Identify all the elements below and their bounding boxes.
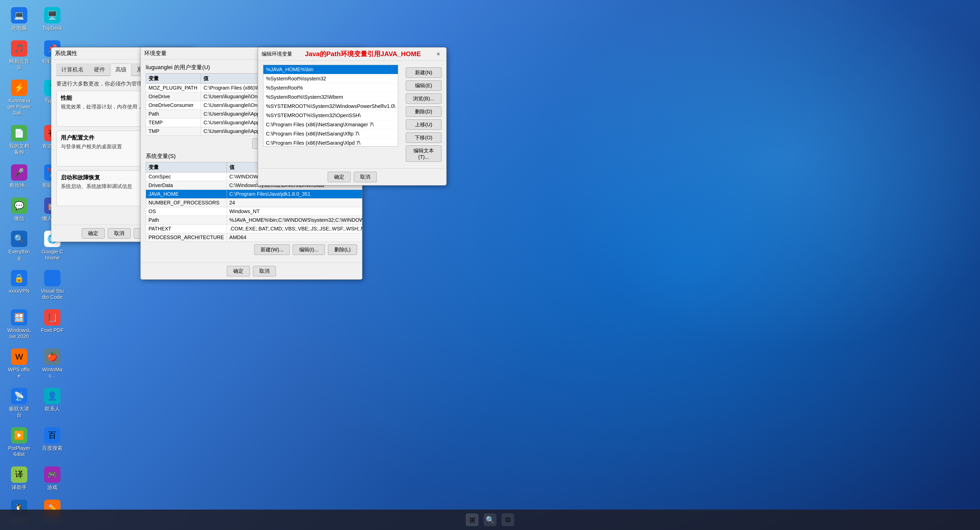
- icon-xunmanager[interactable]: ⚡ Xunmanager Power Sali...: [5, 78, 33, 118]
- editenv-side-buttons: 新建(N)编辑(E)浏览(B)...删除(D)上移(U)下移(O)编辑文本(T)…: [402, 65, 445, 164]
- editenv-close-btn[interactable]: ✕: [434, 51, 443, 58]
- icon-everything-icon: 🔍: [11, 231, 27, 247]
- editenv-ok-btn[interactable]: 确定: [328, 172, 351, 182]
- editenv-list-item[interactable]: %SYSTEMROOT%\System32\OpenSSH\: [263, 111, 398, 120]
- editenv-side-btn[interactable]: 上移(U): [406, 119, 442, 130]
- user-var-name: OneDrive: [146, 92, 201, 101]
- icon-baidu[interactable]: 百 百度搜索: [38, 425, 66, 459]
- editenv-footer: 确定 取消: [258, 169, 446, 185]
- icon-lianluoren-label: 联系人: [45, 406, 60, 412]
- taskbar-multitask-btn[interactable]: ⧉: [501, 513, 514, 526]
- icon-vscode[interactable]: Visual Studio Code: [38, 268, 66, 302]
- editenv-controls: ✕: [434, 51, 443, 58]
- icon-vpn[interactable]: 🔒 xxxxVPN: [5, 268, 33, 302]
- taskbar[interactable]: ⊞ 🔍 ⧉: [0, 509, 980, 530]
- sys-vars-btns: 新建(W)... 编辑(I)... 删除(L): [146, 245, 357, 255]
- icon-jilian[interactable]: 📡 极联大讲台: [5, 386, 33, 420]
- icon-games-icon: 🎮: [44, 466, 60, 483]
- user-col-var: 变量: [146, 73, 201, 84]
- sys-edit-btn[interactable]: 编辑(I)...: [293, 245, 325, 255]
- sys-var-row[interactable]: NUMBER_OF_PROCESSORS24: [146, 199, 363, 207]
- icon-potplayer[interactable]: ▶️ PotPlayer 64bit: [5, 425, 33, 459]
- icon-wps2[interactable]: W WPS office: [5, 347, 33, 381]
- editenv-cancel-btn[interactable]: 取消: [354, 172, 377, 182]
- editenv-side-btn[interactable]: 删除(D): [406, 107, 442, 117]
- user-var-name: TEMP: [146, 118, 201, 127]
- user-var-name: OneDriveConsumer: [146, 101, 201, 110]
- editenv-list-item[interactable]: C:\Program Files (x86)\NetSarang\Xftp 7\: [263, 129, 398, 138]
- editenv-list-item[interactable]: %SystemRoot%: [263, 83, 398, 92]
- editenv-list-item[interactable]: %SystemRoot%\System32\Wbem: [263, 92, 398, 102]
- editenv-list[interactable]: %JAVA_HOME%\bin%SystemRoot%\system32%Sys…: [263, 65, 398, 146]
- sys-var-name: Path: [146, 216, 227, 224]
- editenv-list-item[interactable]: C:\Program Files (x86)\NetSarang\Xlpd 7\: [263, 138, 398, 146]
- sys-var-row[interactable]: PROCESSOR_ARCHITECTUREAMD64: [146, 233, 363, 242]
- envvars-cancel-btn[interactable]: 取消: [253, 266, 276, 276]
- icon-windowsm-icon: 🍎: [44, 349, 60, 365]
- icon-caixukun[interactable]: 🎤 蔡徐坤...: [5, 162, 33, 190]
- icon-games-label: 游戏: [47, 484, 57, 490]
- icon-topdesk-icon: 🖥️: [44, 7, 60, 24]
- sys-var-row[interactable]: Path%JAVA_HOME%\bin;C:\WINDOWS\system32;…: [146, 216, 363, 224]
- icon-yizhuan[interactable]: 译 译助手: [5, 465, 33, 492]
- user-var-name: Path: [146, 110, 201, 118]
- tab-jisuanji[interactable]: 计算机名: [56, 64, 89, 76]
- icon-xunmanager-label: Xunmanager Power Sali...: [7, 97, 31, 116]
- editenv-side-btn[interactable]: 下移(O): [406, 132, 442, 143]
- taskbar-start-btn[interactable]: ⊞: [466, 513, 479, 526]
- icon-lianluoren[interactable]: 👤 联系人: [38, 386, 66, 420]
- icon-wangyi[interactable]: 🎵 网易云音乐: [5, 38, 33, 72]
- icon-foxitpdf-label: Foxit PDF: [41, 327, 64, 333]
- sys-var-val: .COM;.EXE;.BAT;.CMD;.VBS;.VBE;.JS;.JSE;.…: [227, 224, 363, 233]
- sysprops-title: 系统属性: [55, 49, 77, 57]
- icon-wechat[interactable]: 💬 微信: [5, 196, 33, 224]
- icon-wechat-label: 微信: [14, 215, 24, 221]
- sys-col-var: 变量: [146, 162, 227, 172]
- icon-wps2-icon: W: [11, 349, 27, 365]
- icon-foxitpdf-icon: 📕: [44, 309, 60, 326]
- icon-wps[interactable]: 📄 我的文档备份: [5, 123, 33, 157]
- sys-delete-btn[interactable]: 删除(L): [328, 245, 357, 255]
- sys-var-row[interactable]: OSWindows_NT: [146, 207, 363, 216]
- icon-everything[interactable]: 🔍 Everything: [5, 229, 33, 263]
- editenv-side-btn[interactable]: 编辑(E): [406, 80, 442, 91]
- icon-everything-label: Everything: [7, 248, 31, 261]
- sys-new-btn[interactable]: 新建(W)...: [254, 245, 290, 255]
- taskbar-search-btn[interactable]: 🔍: [484, 513, 496, 526]
- icon-caixukun-label: 蔡徐坤...: [10, 182, 29, 188]
- editenv-title-label: 编辑环境变量: [262, 51, 292, 57]
- icon-jisuanji[interactable]: 💻 此电脑: [5, 5, 33, 33]
- editenv-side-btn[interactable]: 编辑文本(T)...: [406, 145, 442, 162]
- user-var-name: TMP: [146, 127, 201, 136]
- editenv-side-btn[interactable]: 浏览(B)...: [406, 93, 442, 104]
- sys-var-row[interactable]: PATHEXT.COM;.EXE;.BAT;.CMD;.VBS;.VBE;.JS…: [146, 224, 363, 233]
- sys-var-name: PATHEXT: [146, 224, 227, 233]
- icon-baidu-icon: 百: [44, 427, 60, 444]
- editenv-list-item[interactable]: %SystemRoot%\system32: [263, 74, 398, 83]
- tab-yingjian[interactable]: 硬件: [89, 64, 110, 76]
- icon-windowsm[interactable]: 🍎 WintoMac...: [38, 347, 66, 381]
- editenv-list-item[interactable]: %SYSTEMROOT%\System32\WindowsPowerShell\…: [263, 102, 398, 111]
- icon-chrome-label: Google Chrome: [40, 248, 64, 261]
- editenv-list-item[interactable]: C:\Program Files (x86)\NetSarang\Xmanage…: [263, 120, 398, 129]
- sys-var-val: C:\Program Files\Java\jdk1.8.0_351: [227, 190, 363, 199]
- icon-foxitpdf[interactable]: 📕 Foxit PDF: [38, 307, 66, 341]
- icon-games[interactable]: 🎮 游戏: [38, 465, 66, 492]
- icon-topdesk[interactable]: 🖥️ TopDesk: [38, 5, 66, 33]
- sysprops-ok-btn[interactable]: 确定: [82, 228, 105, 239]
- sysprops-cancel-btn[interactable]: 取消: [108, 228, 130, 239]
- icon-wps-icon: 📄: [11, 125, 27, 142]
- icon-windowslive[interactable]: 🪟 WindowsLive 2020: [5, 307, 33, 341]
- sys-var-row[interactable]: JAVA_HOMEC:\Program Files\Java\jdk1.8.0_…: [146, 190, 363, 199]
- sys-var-name: DriverData: [146, 181, 227, 190]
- icon-vscode-icon: [44, 270, 60, 286]
- sys-var-name: JAVA_HOME: [146, 190, 227, 199]
- editenv-side-btn[interactable]: 新建(N): [406, 67, 442, 78]
- icon-vpn-icon: 🔒: [11, 270, 27, 286]
- editenv-list-container: %JAVA_HOME%\bin%SystemRoot%\system32%Sys…: [263, 65, 398, 164]
- envvars-ok-btn[interactable]: 确定: [227, 266, 250, 276]
- icon-vscode-label: Visual Studio Code: [40, 288, 64, 300]
- tab-gaoji[interactable]: 高级: [110, 64, 131, 76]
- sys-var-val: 24: [227, 199, 363, 207]
- editenv-list-item[interactable]: %JAVA_HOME%\bin: [263, 65, 398, 74]
